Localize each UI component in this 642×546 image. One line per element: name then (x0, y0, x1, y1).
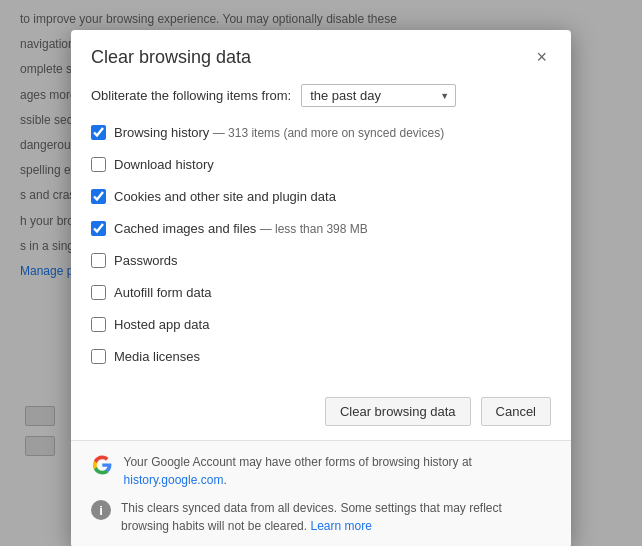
clear-browsing-data-button[interactable]: Clear browsing data (325, 397, 471, 426)
info-icon: i (91, 500, 111, 520)
checkbox-media-licenses: Media licenses (91, 345, 551, 367)
dialog-body: Obliterate the following items from: the… (71, 78, 571, 387)
time-range-row: Obliterate the following items from: the… (91, 84, 551, 107)
close-button[interactable]: × (532, 46, 551, 68)
checkbox-media-licenses-input[interactable] (91, 349, 106, 364)
checkbox-cached-images-input[interactable] (91, 221, 106, 236)
checkbox-autofill-input[interactable] (91, 285, 106, 300)
checkbox-cached-images-label[interactable]: Cached images and files — less than 398 … (114, 221, 368, 236)
time-range-select-wrapper: the past day the past week the past mont… (301, 84, 456, 107)
checkbox-autofill: Autofill form data (91, 281, 551, 303)
checkbox-cookies-input[interactable] (91, 189, 106, 204)
dialog-title: Clear browsing data (91, 47, 251, 68)
learn-more-link[interactable]: Learn more (310, 519, 371, 533)
checkbox-passwords: Passwords (91, 249, 551, 271)
dialog-overlay: Clear browsing data × Obliterate the fol… (0, 0, 642, 546)
checkbox-passwords-input[interactable] (91, 253, 106, 268)
checkbox-download-history: Download history (91, 153, 551, 175)
dialog-header: Clear browsing data × (71, 30, 571, 78)
checkbox-browsing-history-input[interactable] (91, 125, 106, 140)
checkbox-autofill-label[interactable]: Autofill form data (114, 285, 212, 300)
cancel-button[interactable]: Cancel (481, 397, 551, 426)
checkbox-download-history-label[interactable]: Download history (114, 157, 214, 172)
checkbox-cookies: Cookies and other site and plugin data (91, 185, 551, 207)
checkbox-browsing-history: Browsing history — 313 items (and more o… (91, 121, 551, 143)
google-account-info-row: Your Google Account may have other forms… (91, 453, 551, 489)
google-account-info-text: Your Google Account may have other forms… (124, 453, 551, 489)
checkbox-cached-images: Cached images and files — less than 398 … (91, 217, 551, 239)
checkbox-download-history-input[interactable] (91, 157, 106, 172)
checkbox-hosted-app-input[interactable] (91, 317, 106, 332)
time-range-select[interactable]: the past day the past week the past mont… (301, 84, 456, 107)
history-google-link[interactable]: history.google.com (124, 473, 224, 487)
time-range-label: Obliterate the following items from: (91, 88, 291, 103)
checkbox-hosted-app-label[interactable]: Hosted app data (114, 317, 209, 332)
checkbox-passwords-label[interactable]: Passwords (114, 253, 178, 268)
sync-info-row: i This clears synced data from all devic… (91, 499, 551, 535)
dialog-info-section: Your Google Account may have other forms… (71, 440, 571, 546)
clear-browsing-data-dialog: Clear browsing data × Obliterate the fol… (71, 30, 571, 546)
checkbox-cookies-label[interactable]: Cookies and other site and plugin data (114, 189, 336, 204)
checkbox-media-licenses-label[interactable]: Media licenses (114, 349, 200, 364)
sync-info-text: This clears synced data from all devices… (121, 499, 551, 535)
dialog-footer-buttons: Clear browsing data Cancel (71, 387, 571, 440)
checkbox-browsing-history-label[interactable]: Browsing history — 313 items (and more o… (114, 125, 444, 140)
checkbox-hosted-app: Hosted app data (91, 313, 551, 335)
google-g-icon (91, 453, 114, 477)
